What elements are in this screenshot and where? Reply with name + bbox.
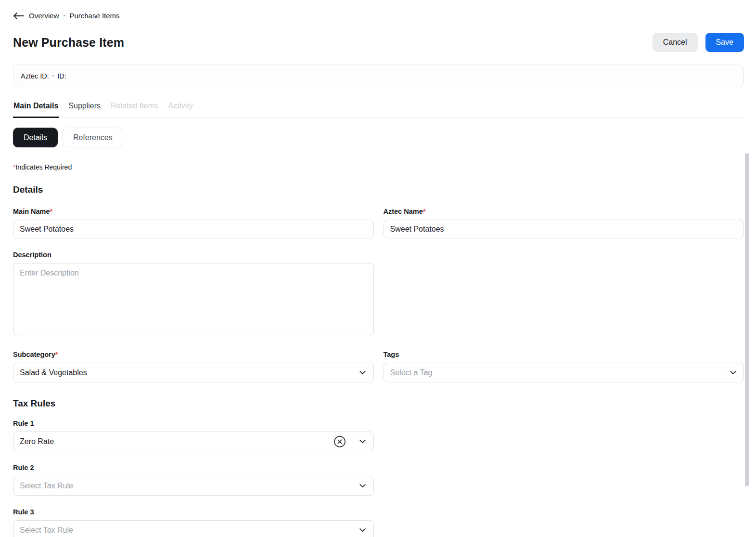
new-purchase-item-page: Overview • Purchase Items New Purchase I… [0, 0, 756, 537]
id-bar: Aztec ID: • ID: [13, 65, 744, 87]
rule1-chevron[interactable] [352, 432, 373, 451]
chevron-down-icon [359, 437, 367, 445]
main-name-required-asterisk: * [50, 208, 53, 215]
header-actions: Cancel Save [653, 33, 744, 52]
tab-bar: Main Details Suppliers Related Items Act… [13, 100, 744, 118]
tab-suppliers[interactable]: Suppliers [68, 100, 101, 118]
details-form-grid: Main Name* Aztec Name* Description Subca… [13, 195, 744, 382]
tax-rules-form-grid: Rule 1 Zero Rate [13, 409, 744, 537]
subtab-bar: Details References [13, 128, 744, 147]
main-name-label: Main Name* [13, 208, 374, 215]
circle-x-icon [333, 435, 346, 448]
rule3-select[interactable]: Select Tax Rule [13, 520, 374, 537]
subcategory-field: Subcategory* Salad & Vegetables [13, 351, 374, 382]
subtab-details[interactable]: Details [13, 128, 58, 147]
rule2-chevron[interactable] [352, 476, 373, 495]
aztec-id-label: Aztec ID: [21, 72, 49, 80]
tags-placeholder: Select a Tag [384, 363, 722, 382]
rule1-value: Zero Rate [13, 432, 331, 451]
description-textarea[interactable] [13, 263, 374, 336]
breadcrumb-overview: Overview [29, 12, 59, 20]
breadcrumb: Overview • Purchase Items [13, 0, 744, 20]
description-field: Description [13, 251, 374, 338]
details-section-heading: Details [13, 184, 744, 195]
subtab-references[interactable]: References [63, 128, 123, 147]
tags-select[interactable]: Select a Tag [384, 363, 744, 382]
aztec-name-label: Aztec Name* [384, 208, 744, 215]
back-link[interactable]: Overview [13, 12, 59, 20]
page-title: New Purchase Item [13, 36, 124, 50]
rule3-placeholder: Select Tax Rule [13, 521, 352, 537]
required-note-text: Indicates Required [15, 163, 72, 171]
tab-activity: Activity [168, 100, 193, 118]
tags-field: Tags Select a Tag [384, 351, 744, 382]
subcategory-label: Subcategory* [13, 351, 374, 358]
rule3-label: Rule 3 [13, 508, 374, 516]
tab-main-details[interactable]: Main Details [13, 100, 59, 118]
arrow-left-icon [13, 12, 24, 20]
breadcrumb-current: Purchase Items [69, 12, 119, 20]
tab-related-items: Related Items [110, 100, 159, 118]
rule1-field: Rule 1 Zero Rate [13, 419, 374, 451]
rule2-field: Rule 2 Select Tax Rule [13, 464, 374, 496]
tags-label: Tags [384, 351, 744, 358]
rule2-label: Rule 2 [13, 464, 374, 472]
main-name-input[interactable] [13, 220, 374, 238]
chevron-down-icon [359, 368, 367, 377]
subcategory-value: Salad & Vegetables [13, 363, 352, 382]
rule1-label: Rule 1 [13, 419, 374, 427]
main-name-field: Main Name* [13, 208, 374, 238]
rule2-select[interactable]: Select Tax Rule [13, 476, 374, 496]
chevron-down-icon [729, 368, 737, 377]
page-header: New Purchase Item Cancel Save [13, 33, 744, 52]
breadcrumb-separator: • [64, 13, 65, 18]
subcategory-select[interactable]: Salad & Vegetables [13, 363, 374, 382]
subcategory-required-asterisk: * [55, 351, 58, 358]
subcategory-chevron[interactable] [352, 363, 373, 382]
rule3-field: Rule 3 Select Tax Rule [13, 508, 374, 537]
save-button[interactable]: Save [705, 33, 744, 52]
aztec-name-required-asterisk: * [423, 208, 426, 215]
aztec-name-field: Aztec Name* [384, 208, 744, 238]
rule2-placeholder: Select Tax Rule [13, 476, 352, 495]
rule3-chevron[interactable] [352, 521, 373, 537]
chevron-down-icon [359, 526, 367, 534]
rule1-clear-button[interactable] [331, 432, 352, 451]
description-label: Description [13, 251, 374, 259]
cancel-button[interactable]: Cancel [653, 33, 698, 52]
vertical-scrollbar[interactable] [745, 153, 749, 486]
chevron-down-icon [359, 482, 367, 490]
tags-chevron[interactable] [722, 363, 743, 382]
aztec-name-input[interactable] [384, 220, 744, 238]
required-note: *Indicates Required [13, 163, 744, 171]
id-label: ID: [57, 72, 66, 80]
rule1-select[interactable]: Zero Rate [13, 432, 374, 451]
tax-rules-section-heading: Tax Rules [13, 398, 744, 409]
id-bar-separator: • [52, 73, 54, 79]
